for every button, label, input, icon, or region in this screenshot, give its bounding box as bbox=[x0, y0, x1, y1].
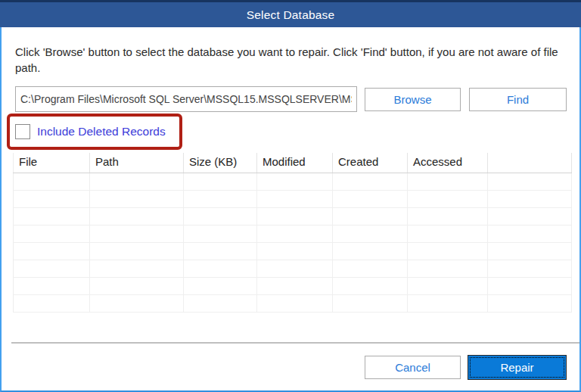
table-cell bbox=[408, 207, 488, 225]
table-cell bbox=[333, 294, 408, 312]
include-deleted-records-row: Include Deleted Records bbox=[15, 123, 166, 140]
table-cell bbox=[14, 207, 90, 225]
table-row bbox=[14, 225, 572, 242]
table-cell bbox=[257, 190, 333, 207]
table-cell bbox=[14, 173, 90, 190]
table-cell bbox=[488, 190, 572, 207]
table-cell bbox=[333, 190, 408, 207]
table-cell bbox=[408, 242, 488, 260]
table-cell bbox=[14, 294, 90, 312]
table-cell bbox=[333, 260, 408, 277]
table-cell bbox=[257, 294, 333, 312]
table-cell bbox=[257, 207, 333, 225]
table-cell bbox=[408, 190, 488, 207]
instruction-text: Click 'Browse' button to select the data… bbox=[15, 44, 569, 76]
repair-button[interactable]: Repair bbox=[468, 355, 567, 380]
table-cell bbox=[488, 294, 572, 312]
table-cell bbox=[184, 242, 257, 260]
cancel-button[interactable]: Cancel bbox=[365, 356, 461, 379]
table-cell bbox=[14, 242, 90, 260]
table-cell bbox=[488, 207, 572, 225]
column-header-created[interactable]: Created bbox=[333, 153, 408, 173]
table-row bbox=[14, 207, 572, 225]
table-cell bbox=[184, 173, 257, 190]
table-row bbox=[14, 294, 572, 312]
table-cell bbox=[488, 277, 572, 294]
table-cell bbox=[14, 225, 90, 242]
table-cell bbox=[333, 207, 408, 225]
table-cell bbox=[14, 260, 90, 277]
file-list-table: FilePathSize (KB)ModifiedCreatedAccessed bbox=[13, 153, 572, 313]
column-header-path[interactable]: Path bbox=[90, 153, 184, 173]
table-cell bbox=[333, 242, 408, 260]
table-cell bbox=[257, 225, 333, 242]
table-cell bbox=[184, 277, 257, 294]
table-cell bbox=[333, 277, 408, 294]
table-cell bbox=[408, 277, 488, 294]
table-cell bbox=[488, 225, 572, 242]
table-cell bbox=[257, 242, 333, 260]
table-cell bbox=[488, 260, 572, 277]
table-cell bbox=[408, 294, 488, 312]
table-cell bbox=[488, 242, 572, 260]
table-cell bbox=[90, 242, 184, 260]
table-cell bbox=[90, 260, 184, 277]
include-deleted-records-label[interactable]: Include Deleted Records bbox=[37, 125, 166, 138]
table-row bbox=[14, 242, 572, 260]
table-cell bbox=[90, 173, 184, 190]
column-header-file[interactable]: File bbox=[14, 153, 90, 173]
dialog-title: Select Database bbox=[247, 8, 335, 22]
database-path-input[interactable] bbox=[15, 86, 357, 112]
table-cell bbox=[184, 207, 257, 225]
table-cell bbox=[408, 260, 488, 277]
find-button[interactable]: Find bbox=[469, 88, 567, 111]
browse-button[interactable]: Browse bbox=[365, 88, 461, 111]
column-header-accessed[interactable]: Accessed bbox=[408, 153, 488, 173]
table-cell bbox=[184, 225, 257, 242]
table-cell bbox=[408, 225, 488, 242]
table-cell bbox=[333, 225, 408, 242]
column-header-modified[interactable]: Modified bbox=[257, 153, 333, 173]
table-cell bbox=[90, 190, 184, 207]
table-cell bbox=[488, 173, 572, 190]
table-cell bbox=[257, 277, 333, 294]
column-header-blank[interactable] bbox=[488, 153, 572, 173]
table-cell bbox=[257, 260, 333, 277]
file-list-header: FilePathSize (KB)ModifiedCreatedAccessed bbox=[14, 153, 572, 173]
table-cell bbox=[90, 225, 184, 242]
table-cell bbox=[408, 173, 488, 190]
table-cell bbox=[257, 173, 333, 190]
table-cell bbox=[184, 190, 257, 207]
table-row bbox=[14, 277, 572, 294]
table-row bbox=[14, 190, 572, 207]
table-cell bbox=[90, 277, 184, 294]
select-database-dialog: Select Database Click 'Browse' button to… bbox=[0, 0, 581, 392]
table-cell bbox=[90, 207, 184, 225]
footer-separator bbox=[11, 342, 579, 344]
column-header-size-kb-[interactable]: Size (KB) bbox=[184, 153, 257, 173]
table-cell bbox=[333, 173, 408, 190]
dialog-titlebar[interactable]: Select Database bbox=[0, 0, 581, 27]
table-cell bbox=[14, 277, 90, 294]
table-row bbox=[14, 173, 572, 190]
include-deleted-records-checkbox[interactable] bbox=[15, 124, 30, 139]
table-cell bbox=[90, 294, 184, 312]
table-cell bbox=[184, 260, 257, 277]
table-cell bbox=[184, 294, 257, 312]
table-row bbox=[14, 260, 572, 277]
table-cell bbox=[14, 190, 90, 207]
